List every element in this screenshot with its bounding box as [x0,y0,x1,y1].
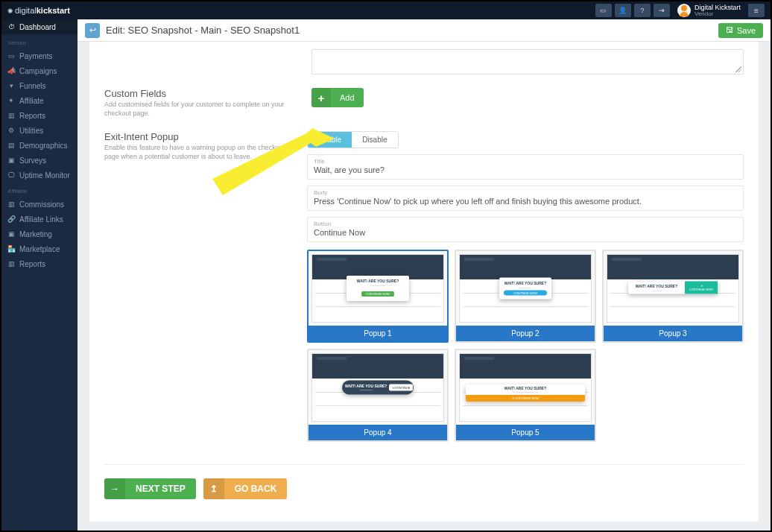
custom-fields-title: Custom Fields [104,88,297,99]
sidebar-item-campaigns[interactable]: 📣Campaigns [1,63,77,78]
topbar-help-icon[interactable]: ? [634,4,651,17]
sidebar-item-utilities[interactable]: ⚙Utilities [1,123,77,138]
sidebar-label: Utilities [19,127,43,135]
popup-preview: WAIT! ARE YOU SURE? ────────── CONTINUE … [309,251,447,326]
preview-btn: CONTINUE NOW [504,291,547,296]
popup-preview: WAIT! ARE YOU SURE? ──────────────── ✕ C… [456,350,595,425]
popup-preview: WAIT! ARE YOU SURE? ──────── CONTINUE NO… [456,251,595,326]
popup-template-4[interactable]: WAIT! ARE YOU SURE? ────── ✕ CONTINUE Po… [307,349,449,442]
sidebar-item-commissions[interactable]: ▥Commissions [1,197,77,212]
sidebar-label: Payments [19,52,52,60]
button-field-label: Button [314,221,737,227]
topbar-card-icon[interactable]: ▭ [595,4,612,17]
monitor-icon: 🖵 [7,171,15,179]
sidebar-item-dashboard[interactable]: ⏱Dashboard [1,19,77,34]
save-icon: 🖫 [726,26,733,34]
preview-btn: CONTINUE NOW [361,291,394,297]
button-field[interactable]: Button Continue Now [307,217,744,242]
brand-prefix: digital [15,6,37,15]
add-button[interactable]: + Add [311,88,364,107]
sidebar-item-uptime[interactable]: 🖵Uptime Monitor [1,168,77,183]
preview-btn: CONTINUE NOW [689,288,713,291]
sidebar-label: Funnels [19,82,46,90]
gear-icon: ✺ [7,7,13,15]
title-field-value: Wait, are you sure? [314,165,737,174]
person-icon: ✦ [7,97,15,104]
popup-label: Popup 2 [456,326,595,341]
plus-icon: + [311,88,331,107]
next-label: NEXT STEP [125,478,196,499]
sidebar-item-surveys[interactable]: ▣Surveys [1,153,77,168]
exit-popup-desc: Enable this feature to have a warning po… [104,144,292,161]
preview-headline: WAIT! ARE YOU SURE? [504,281,547,285]
body-field-label: Body [314,189,737,196]
sidebar-label: Reports [19,260,45,268]
sidebar: ⏱Dashboard Vendor ▭Payments 📣Campaigns ▾… [1,19,77,531]
popup-label: Popup 3 [604,326,742,341]
clipboard-icon: ▣ [7,156,15,164]
topbar-user-icon[interactable]: 👤 [615,4,631,17]
store-icon: 🏪 [7,245,15,253]
sidebar-item-marketplace[interactable]: 🏪Marketplace [1,241,77,256]
popup-preview: WAIT! ARE YOU SURE? ────── ✕ CONTINUE [309,350,447,425]
back-button[interactable]: ↩ [85,23,100,38]
brand-logo: ✺digitalkickstart [7,6,70,15]
title-field-label: Title [314,158,737,165]
sidebar-item-reports-aff[interactable]: ▥Reports [1,256,77,271]
preview-headline: WAIT! ARE YOU SURE? [351,279,405,283]
popup-template-5[interactable]: WAIT! ARE YOU SURE? ──────────────── ✕ C… [455,349,596,442]
bars-icon: ▤ [7,142,15,149]
prev-textarea[interactable] [311,49,744,75]
chart-icon: ▥ [7,200,15,208]
enable-toggle: Enable Disable [307,131,399,148]
sidebar-item-funnels[interactable]: ▾Funnels [1,78,77,93]
preview-btn: CONTINUE [394,386,410,390]
sidebar-section-vendor: Vendor [1,37,77,48]
sidebar-label: Commissions [19,200,64,209]
top-bar: ✺digitalkickstart ▭ 👤 ? ⇥ Digital Kickst… [1,1,771,19]
sidebar-label: Surveys [19,156,46,165]
menu-icon[interactable]: ≡ [748,4,765,17]
megaphone-icon: 📣 [7,67,15,75]
popup-label: Popup 1 [309,326,447,341]
popup-label: Popup 4 [309,425,447,440]
popup-template-2[interactable]: WAIT! ARE YOU SURE? ──────── CONTINUE NO… [455,250,596,343]
add-label: Add [331,93,364,102]
go-back-button[interactable]: ↥ GO BACK [203,478,288,499]
popup-label: Popup 5 [456,425,595,440]
title-field[interactable]: Title Wait, are you sure? [307,154,744,180]
chart-icon: ▥ [7,260,15,267]
popup-template-3[interactable]: WAIT! ARE YOU SURE? ────── ✕CONTINUE NOW… [602,250,744,343]
sidebar-item-marketing[interactable]: ▣Marketing [1,227,77,241]
sidebar-label: Marketplace [19,245,60,253]
next-step-button[interactable]: → NEXT STEP [104,478,196,499]
sidebar-label: Marketing [19,230,52,238]
sidebar-label: Affiliate [19,97,44,105]
sidebar-item-demographics[interactable]: ▤Demographics [1,138,77,153]
sidebar-label: Demographics [19,142,67,150]
dashboard-icon: ⏱ [7,23,15,31]
edit-header: ↩ Edit: SEO Snapshot - Main - SEO Snapsh… [77,19,771,42]
arrow-right-icon: → [104,478,125,499]
save-button[interactable]: 🖫Save [718,23,763,38]
sidebar-item-payments[interactable]: ▭Payments [1,48,77,63]
popup-template-1[interactable]: WAIT! ARE YOU SURE? ────────── CONTINUE … [307,250,449,343]
brand-suffix: kickstart [37,6,70,15]
funnel-icon: ▾ [7,82,15,89]
promo-icon: ▣ [7,230,15,238]
sidebar-label: Campaigns [19,67,57,75]
sidebar-label: Dashboard [19,23,56,31]
user-block[interactable]: Digital Kickstart Vendor [677,4,741,17]
disable-option[interactable]: Disable [352,132,397,148]
topbar-logout-icon[interactable]: ⇥ [654,4,670,17]
preview-headline: WAIT! ARE YOU SURE? [631,283,682,288]
link-icon: 🔗 [7,215,15,223]
button-field-value: Continue Now [314,228,737,237]
enable-option[interactable]: Enable [308,132,352,148]
sidebar-item-affiliate[interactable]: ✦Affiliate [1,93,77,108]
sidebar-item-links[interactable]: 🔗Affiliate Links [1,212,77,227]
back-label: GO BACK [224,478,288,499]
sidebar-item-reports[interactable]: ▥Reports [1,108,77,123]
body-field[interactable]: Body Press 'Continue Now' to pick up whe… [307,186,744,211]
popup-preview: WAIT! ARE YOU SURE? ────── ✕CONTINUE NOW [604,251,742,326]
